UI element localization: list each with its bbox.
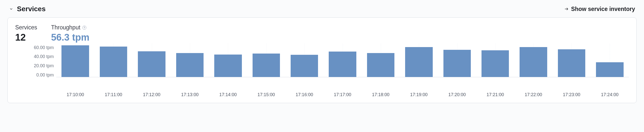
chart-bar[interactable] — [176, 53, 204, 77]
stats-row: Services 12 Throughput ? 56.3 tpm — [15, 24, 629, 43]
section-header-left: Services — [9, 5, 46, 13]
show-service-inventory-link[interactable]: Show service inventory — [564, 6, 635, 12]
chart-bar[interactable] — [138, 51, 165, 77]
throughput-stat: Throughput ? 56.3 tpm — [51, 24, 89, 43]
chart-x-tick: 17:16:00 — [285, 92, 323, 98]
chart-y-tick: 60.00 tpm — [34, 45, 54, 50]
chart-x-tick: 17:24:00 — [591, 92, 629, 98]
chart-bar[interactable] — [252, 54, 280, 77]
chart-x-tick: 17:19:00 — [400, 92, 438, 98]
chart-bar[interactable] — [62, 45, 89, 77]
chart-bar[interactable] — [558, 49, 585, 77]
chart-x-tick: 17:20:00 — [438, 92, 476, 98]
help-icon[interactable]: ? — [82, 26, 86, 30]
chart-bar[interactable] — [520, 47, 547, 77]
chart-bar-slot — [285, 45, 323, 77]
chart-bar-slot — [591, 45, 629, 77]
chart-bar[interactable] — [405, 47, 432, 77]
throughput-label-text: Throughput — [51, 24, 80, 31]
chart-y-tick: 0.00 tpm — [36, 73, 54, 77]
arrow-right-icon — [564, 7, 568, 11]
chart-x-tick: 17:22:00 — [514, 92, 552, 98]
chevron-down-icon[interactable] — [9, 7, 14, 11]
chart-x-tick: 17:12:00 — [133, 92, 171, 98]
inventory-link-label: Show service inventory — [571, 6, 635, 12]
chart-bar-slot — [324, 45, 362, 77]
services-stat-value: 12 — [15, 32, 37, 43]
chart-bar-slot — [400, 45, 438, 77]
throughput-chart: 60.00 tpm40.00 tpm20.00 tpm0.00 tpm — [15, 45, 629, 90]
chart-y-axis: 60.00 tpm40.00 tpm20.00 tpm0.00 tpm — [15, 45, 56, 77]
chart-x-tick: 17:17:00 — [324, 92, 362, 98]
section-header: Services Show service inventory — [8, 5, 636, 13]
chart-bar[interactable] — [100, 46, 127, 77]
chart-bars — [56, 45, 629, 77]
chart-y-tick: 40.00 tpm — [34, 54, 54, 59]
chart-x-tick: 17:13:00 — [171, 92, 209, 98]
chart-x-tick: 17:23:00 — [552, 92, 590, 98]
chart-bar-slot — [514, 45, 552, 77]
chart-bar[interactable] — [482, 50, 509, 77]
chart-x-tick: 17:11:00 — [94, 92, 132, 98]
throughput-stat-value: 56.3 tpm — [51, 32, 89, 43]
chart-bar[interactable] — [291, 55, 318, 77]
services-stat: Services 12 — [15, 24, 37, 43]
chart-bar[interactable] — [367, 53, 394, 77]
services-stat-label: Services — [15, 24, 37, 31]
chart-x-tick: 17:18:00 — [362, 92, 400, 98]
chart-bar-slot — [552, 45, 590, 77]
chart-x-tick: 17:14:00 — [209, 92, 247, 98]
section-title: Services — [17, 5, 46, 13]
chart-bar-slot — [476, 45, 514, 77]
services-card: Services 12 Throughput ? 56.3 tpm 60.00 … — [8, 18, 636, 103]
chart-bar-slot — [94, 45, 132, 77]
chart-bar-slot — [56, 45, 94, 77]
chart-x-tick: 17:15:00 — [247, 92, 285, 98]
chart-bar-slot — [171, 45, 209, 77]
chart-y-tick: 20.00 tpm — [34, 64, 54, 68]
chart-bar-slot — [133, 45, 171, 77]
chart-x-tick: 17:10:00 — [56, 92, 94, 98]
chart-x-tick: 17:21:00 — [476, 92, 514, 98]
chart-bar-slot — [247, 45, 285, 77]
chart-bar[interactable] — [444, 50, 471, 77]
chart-bar-slot — [438, 45, 476, 77]
chart-x-axis: 17:10:0017:11:0017:12:0017:13:0017:14:00… — [56, 92, 629, 98]
chart-bar[interactable] — [329, 52, 356, 77]
throughput-stat-label: Throughput ? — [51, 24, 89, 31]
chart-bar-slot — [362, 45, 400, 77]
chart-bar[interactable] — [214, 54, 242, 77]
chart-bar-slot — [209, 45, 247, 77]
chart-plot-area — [56, 45, 629, 77]
chart-bar[interactable] — [596, 62, 623, 77]
